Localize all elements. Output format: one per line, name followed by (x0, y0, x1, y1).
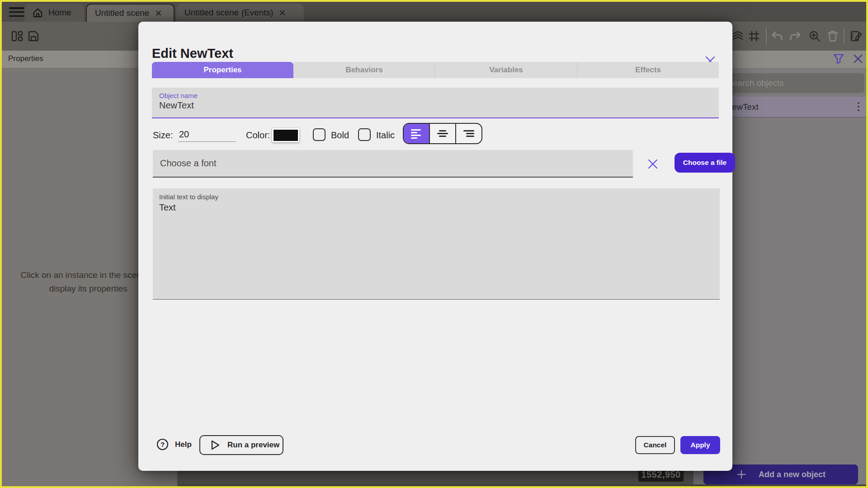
tab-events-label: Untitled scene (Events) (184, 8, 273, 18)
toolbar-separator (766, 28, 767, 44)
dialog-tab-effects[interactable]: Effects (577, 62, 719, 78)
home-icon (33, 8, 43, 18)
align-left-button[interactable] (404, 124, 429, 143)
edit-object-dialog: Edit NewText Properties Behaviors Variab… (138, 22, 732, 471)
help-icon: ? (156, 438, 169, 450)
gdevelop-window: Home Untitled scene ✕ Untitled scene (Ev… (0, 0, 868, 488)
font-row: Choose a font Choose a file (153, 150, 720, 178)
undo-icon[interactable] (771, 30, 783, 42)
dialog-footer: ? Help Run a preview Cancel Apply (138, 434, 732, 456)
object-name-label: Object name (152, 88, 719, 99)
dialog-title: Edit NewText (152, 46, 233, 61)
align-center-button[interactable] (429, 124, 455, 143)
search-objects-input[interactable] (721, 73, 864, 93)
play-icon (210, 440, 220, 450)
object-item-menu-icon[interactable] (858, 102, 859, 111)
close-tab-icon[interactable]: ✕ (278, 9, 286, 17)
bold-checkbox[interactable] (313, 128, 326, 141)
text-style-row: Size: Color: Bold Italic (153, 126, 720, 147)
cancel-button[interactable]: Cancel (635, 436, 675, 454)
filter-icon[interactable] (833, 53, 845, 66)
properties-panel-title: Properties (8, 54, 43, 63)
dialog-tab-bar: Properties Behaviors Variables Effects (152, 62, 719, 78)
object-name-field[interactable]: Object name (152, 88, 719, 118)
clear-font-icon[interactable] (646, 158, 659, 170)
size-input[interactable] (178, 128, 236, 142)
main-menu-icon[interactable] (9, 7, 24, 17)
tab-home[interactable]: Home (24, 4, 84, 22)
tab-untitled-scene-events[interactable]: Untitled scene (Events) ✕ (176, 4, 304, 22)
font-field[interactable]: Choose a font (153, 150, 633, 178)
run-preview-button[interactable]: Run a preview (199, 435, 283, 455)
text-color-swatch[interactable] (272, 128, 299, 142)
choose-file-button[interactable]: Choose a file (675, 153, 735, 173)
window-tab-bar: Home Untitled scene ✕ Untitled scene (Ev… (2, 2, 866, 22)
tab-scene-label: Untitled scene (95, 8, 149, 18)
save-icon[interactable] (27, 30, 40, 42)
align-right-button[interactable] (455, 124, 481, 143)
plus-icon (736, 469, 747, 480)
edit-events-icon[interactable] (850, 30, 863, 42)
italic-checkbox[interactable] (358, 128, 371, 141)
color-label: Color: (246, 130, 270, 141)
tab-untitled-scene[interactable]: Untitled scene ✕ (86, 4, 175, 22)
svg-text:?: ? (160, 441, 165, 448)
dialog-tab-behaviors[interactable]: Behaviors (293, 62, 435, 78)
toggle-panels-icon[interactable] (11, 30, 24, 42)
initial-text-value[interactable]: Text (153, 201, 720, 213)
grid-icon[interactable] (748, 30, 760, 42)
run-preview-label: Run a preview (227, 441, 279, 450)
initial-text-field[interactable]: Initial text to display Text (153, 188, 720, 300)
initial-text-label: Initial text to display (153, 188, 720, 201)
dialog-tab-variables[interactable]: Variables (435, 62, 577, 78)
bold-label: Bold (331, 130, 349, 141)
redo-icon[interactable] (789, 30, 802, 42)
close-panel-icon[interactable] (853, 53, 865, 66)
dialog-tab-properties[interactable]: Properties (152, 62, 293, 78)
add-new-object-label: Add a new object (759, 470, 826, 479)
italic-label: Italic (376, 130, 395, 141)
zoom-in-icon[interactable] (808, 30, 821, 42)
tab-home-label: Home (48, 8, 71, 18)
apply-button[interactable]: Apply (680, 436, 720, 454)
size-label: Size: (153, 130, 173, 141)
trash-icon[interactable] (826, 30, 839, 42)
help-button[interactable]: ? Help (156, 438, 192, 450)
help-label: Help (175, 440, 192, 449)
object-name-input[interactable] (152, 99, 690, 111)
text-align-group (403, 123, 482, 144)
toolbar-separator (844, 28, 844, 44)
layers-icon[interactable] (731, 30, 744, 42)
close-tab-icon[interactable]: ✕ (155, 9, 162, 18)
